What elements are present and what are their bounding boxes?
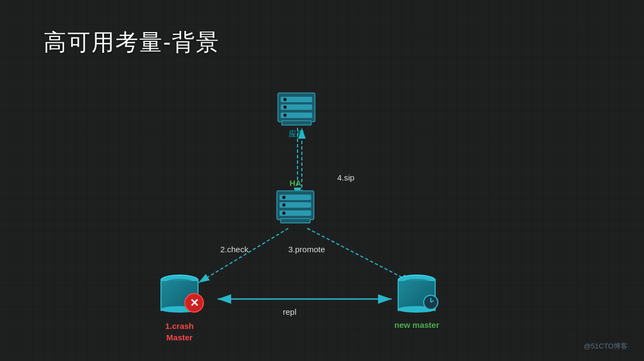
ha-label: HA: [289, 178, 301, 188]
slide: 高可用考量-背景: [0, 0, 644, 361]
step-repl-label: repl: [283, 307, 296, 316]
ha-server-icon: [276, 190, 314, 223]
app-server-label: 应用: [277, 129, 315, 139]
app-server-icon: [277, 92, 315, 125]
step-promote-label: 3.promote: [288, 245, 325, 254]
crash-master-label: 1.crash Master: [160, 320, 199, 343]
crash-master-node: ✕ 1.crash Master: [160, 275, 199, 343]
new-master-node: new master: [394, 275, 439, 329]
crash-icon: ✕: [184, 293, 204, 313]
clock-icon: [423, 295, 438, 310]
slide-title: 高可用考量-背景: [44, 27, 220, 58]
ha-server-node: HA: [276, 190, 314, 223]
step-sip-label: 4.sip: [337, 173, 355, 182]
step-check-label: 2.check: [220, 245, 249, 254]
diagram: 应用 HA: [109, 82, 522, 332]
watermark: @51CTO博客: [584, 341, 628, 351]
new-master-label: new master: [394, 320, 439, 329]
app-server-node: 应用: [277, 92, 315, 139]
svg-line-4: [199, 228, 288, 283]
